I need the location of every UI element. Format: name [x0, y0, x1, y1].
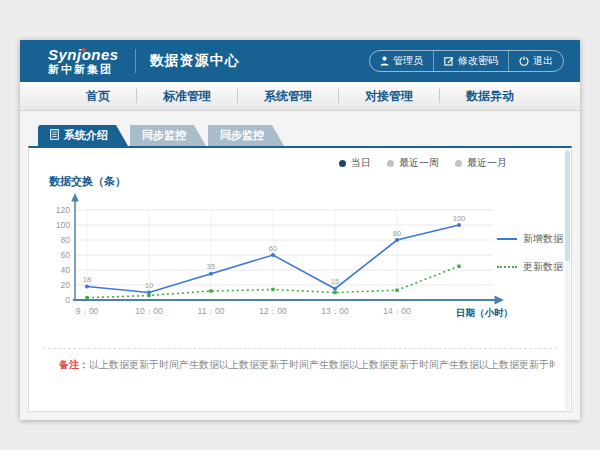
remark-body: 以上数据更新于时间产生数据以上数据更新于时间产生数据以上数据更新于时间产生数据以… [89, 359, 555, 370]
chart-y-axis-title: 数据交换（条） [49, 174, 126, 189]
data-point [209, 272, 213, 276]
y-tick-label: 0 [65, 295, 70, 305]
user-icon [380, 56, 389, 66]
data-point [333, 291, 336, 294]
data-point [271, 253, 275, 257]
content-area: 系统介绍 同步监控 同步监控 当日 最近一周 [20, 111, 580, 412]
chart-legend: 新增数据 更新数据 [497, 232, 563, 274]
tab-label: 系统介绍 [64, 128, 108, 143]
data-point-label: 100 [453, 214, 466, 223]
logout-label: 退出 [533, 54, 553, 68]
time-range-filters: 当日 最近一周 最近一月 [339, 156, 507, 170]
logout-button[interactable]: 退出 [508, 51, 563, 71]
app-title: 数据资源中心 [150, 52, 240, 70]
power-icon [519, 56, 529, 66]
data-point [209, 289, 212, 292]
data-point-label: 15 [331, 277, 339, 286]
x-tick-label: 10：00 [135, 306, 163, 316]
tab-sync-monitor-2[interactable]: 同步监控 [208, 125, 284, 146]
filter-last-month[interactable]: 最近一月 [455, 156, 507, 170]
x-tick-label: 12：00 [259, 306, 287, 316]
legend-item-new-data[interactable]: 新增数据 [497, 232, 563, 246]
data-point [333, 287, 337, 291]
y-tick-label: 100 [56, 220, 70, 230]
legend-label: 更新数据 [523, 260, 563, 274]
radio-icon [387, 160, 394, 167]
x-tick-label: 11：00 [198, 306, 225, 316]
logo-text-secondary: 新中新集团 [48, 64, 119, 75]
admin-user-button[interactable]: 管理员 [370, 51, 433, 71]
document-icon [50, 129, 59, 142]
filter-today[interactable]: 当日 [339, 156, 371, 170]
data-point [395, 238, 399, 242]
radio-icon [339, 160, 346, 167]
data-point [85, 296, 88, 299]
legend-item-updated-data[interactable]: 更新数据 [497, 260, 563, 274]
legend-label: 新增数据 [523, 232, 563, 246]
y-tick-label: 20 [61, 280, 71, 290]
data-point-label: 10 [145, 281, 153, 290]
blue-line-swatch-icon [497, 238, 517, 240]
remark-text: 备注：以上数据更新于时间产生数据以上数据更新于时间产生数据以上数据更新于时间产生… [59, 358, 555, 372]
scrollbar-thumb[interactable] [565, 151, 570, 261]
remark-label: 备注： [59, 359, 89, 370]
nav-item-data-change[interactable]: 数据异动 [440, 88, 540, 105]
header-actions: 管理员 修改密码 退出 [369, 50, 564, 72]
data-point [457, 223, 461, 227]
x-tick-label: 9：00 [76, 306, 99, 316]
filter-label: 最近一月 [467, 156, 507, 170]
nav-item-home[interactable]: 首页 [60, 88, 136, 105]
data-point [85, 285, 89, 289]
x-axis-arrow-icon [495, 296, 505, 305]
logo-red-dot-icon [82, 48, 86, 52]
filter-label: 当日 [351, 156, 371, 170]
data-point [147, 294, 150, 297]
app-window: Synjones 新中新集团 数据资源中心 管理员 修改密码 [20, 40, 580, 420]
company-logo[interactable]: Synjones 新中新集团 [48, 47, 119, 75]
green-dotted-swatch-icon [497, 266, 517, 268]
nav-item-interface-mgmt[interactable]: 对接管理 [339, 88, 439, 105]
header-divider [135, 49, 136, 73]
data-exchange-line-chart: 0204060801001209：0010：0011：0012：0013：001… [45, 188, 515, 338]
y-tick-label: 80 [61, 235, 71, 245]
y-axis-arrow-icon [71, 193, 79, 202]
remark-divider [43, 348, 557, 349]
nav-item-system-mgmt[interactable]: 系统管理 [238, 88, 338, 105]
change-password-label: 修改密码 [458, 54, 498, 68]
tab-system-intro[interactable]: 系统介绍 [38, 125, 128, 146]
filter-last-week[interactable]: 最近一周 [387, 156, 439, 170]
y-tick-label: 120 [56, 205, 70, 215]
change-password-button[interactable]: 修改密码 [433, 51, 508, 71]
panel-scrollbar [565, 149, 570, 410]
data-point-label: 60 [269, 244, 277, 253]
chart-panel: 当日 最近一周 最近一月 数据交换（条） 0204060801001209：00… [28, 146, 572, 412]
data-point [395, 289, 398, 292]
y-tick-label: 40 [61, 265, 71, 275]
tab-label: 同步监控 [142, 128, 186, 143]
header: Synjones 新中新集团 数据资源中心 管理员 修改密码 [20, 40, 580, 82]
filter-label: 最近一周 [399, 156, 439, 170]
nav-item-standard-mgmt[interactable]: 标准管理 [137, 88, 237, 105]
x-tick-label: 13：00 [321, 306, 349, 316]
admin-user-label: 管理员 [393, 54, 423, 68]
x-tick-label: 14：00 [383, 306, 411, 316]
tab-sync-monitor-1[interactable]: 同步监控 [130, 125, 206, 146]
y-tick-label: 60 [61, 250, 71, 260]
data-point [271, 288, 274, 291]
data-point-label: 18 [83, 275, 91, 284]
data-point [457, 265, 460, 268]
tab-label: 同步监控 [220, 128, 264, 143]
data-point-label: 80 [393, 229, 401, 238]
data-point-label: 35 [207, 262, 215, 271]
tab-bar: 系统介绍 同步监控 同步监控 [38, 125, 572, 146]
radio-icon [455, 160, 462, 167]
edit-icon [444, 56, 454, 66]
chart-x-axis-title: 日期（小时） [456, 307, 513, 319]
main-nav: 首页 标准管理 系统管理 对接管理 数据异动 [20, 82, 580, 111]
